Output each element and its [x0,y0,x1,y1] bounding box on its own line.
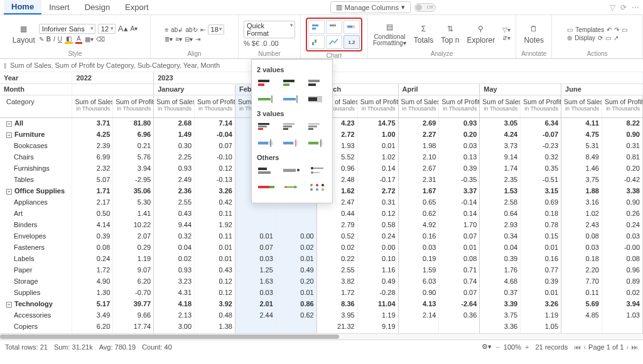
month-apr[interactable]: April [398,83,480,95]
cell-value[interactable]: 6.34 [521,117,561,129]
cell-value[interactable]: 0.14 [439,208,480,219]
cell-value[interactable]: 0.26 [602,208,642,219]
cell-value[interactable]: 1.02 [561,208,602,219]
outdent-icon[interactable]: ⇤ [200,26,205,33]
layout-button[interactable]: ▦ Layout [13,23,35,45]
cell-value[interactable]: 0.74 [439,276,480,287]
valign-icon[interactable]: ≣▾ [165,36,173,43]
cell-value[interactable]: 9.19 [357,321,398,332]
row-label[interactable]: Chairs [0,151,72,163]
cell-value[interactable]: 2.44 [235,309,276,321]
cell-value[interactable]: 0.93 [154,163,195,174]
cell-value[interactable]: 4.90 [72,276,113,287]
month-jan[interactable]: January [154,83,235,95]
cell-value[interactable]: -0.28 [357,287,398,298]
cell-value[interactable]: 4.75 [561,129,602,140]
chart-opt-o-4[interactable] [257,180,278,194]
cell-value[interactable]: 2.32 [72,163,113,174]
merge-icon[interactable]: ⊟▾ [185,36,193,43]
year-2023[interactable]: 2023 [154,72,643,83]
cell-value[interactable]: 1.59 [398,264,439,276]
cell-value[interactable]: 0.42 [195,196,235,208]
table-row[interactable]: Copiers6.2017.743.001.3821.329.193.361.0… [0,321,643,332]
cell-value[interactable]: 1.25 [235,264,276,276]
cell-value[interactable]: 1.63 [235,276,276,287]
cell-value[interactable]: 4.31 [154,287,195,298]
cell-value[interactable]: 1.19 [357,309,398,321]
cell-value[interactable]: 1.71 [72,185,113,196]
cell-value[interactable]: 3.92 [195,298,235,309]
cell-value[interactable]: 0.49 [357,276,398,287]
row-label[interactable]: −Furniture [0,129,72,140]
cell-value[interactable]: 2.07 [113,230,154,242]
cell-value[interactable]: 4.92 [398,219,439,230]
cell-value[interactable]: -0.51 [521,174,561,185]
cell-value[interactable]: 3.95 [316,309,357,321]
cell-value[interactable]: 14.75 [357,117,398,129]
table-row[interactable]: Accessories3.499.662.130.482.440.623.951… [0,309,643,321]
cell-value[interactable]: 0.03 [602,230,642,242]
cell-value[interactable]: 5.07 [72,174,113,185]
cell-value[interactable]: 0.90 [602,129,642,140]
cell-value[interactable]: 0.01 [235,230,276,242]
tab-export[interactable]: Export [117,1,156,14]
tab-insert[interactable]: Insert [41,1,77,14]
page-first-button[interactable]: ⏮ [574,343,581,351]
cell-value[interactable]: -0.00 [602,242,642,253]
cell-value[interactable]: 0.62 [398,208,439,219]
cell-value[interactable]: -0.35 [439,174,480,185]
cell-value[interactable] [561,321,602,332]
font-size-select[interactable]: 12 [98,24,116,34]
cell-value[interactable]: -0.42 [602,174,642,185]
cell-value[interactable] [276,321,316,332]
col-sum-profit[interactable]: Sum of Profitin Thousands [357,95,398,117]
cell-value[interactable]: 4.24 [480,129,521,140]
col-sum-sales[interactable]: Sum of Salesin Thousands [72,95,113,117]
cell-value[interactable]: 0.78 [521,219,561,230]
chart-opt-o-1[interactable] [257,164,278,178]
chart-opt-o-6[interactable] [307,180,328,194]
col-sum-profit[interactable]: Sum of Profitin Thousands [521,95,561,117]
cell-value[interactable]: 3.82 [316,276,357,287]
cell-value[interactable]: 7.70 [561,276,602,287]
tab-design[interactable]: Design [77,1,117,14]
number-format-buttons[interactable]: % $€ .0 .00 [244,40,295,47]
quick-format-select[interactable]: Quick Format [244,21,295,38]
font-shrink-icon[interactable]: A▾ [131,25,138,32]
cell-value[interactable]: 0.11 [195,230,235,242]
scrollbar-thumb[interactable] [0,335,339,339]
cell-value[interactable]: 0.02 [316,242,357,253]
cell-value[interactable]: 0.13 [439,151,480,163]
expand-toggle[interactable]: − [6,121,12,127]
cell-value[interactable]: 0.62 [276,309,316,321]
cell-value[interactable]: 1.46 [561,163,602,174]
cell-value[interactable]: 4.85 [561,309,602,321]
cell-value[interactable]: 2.35 [480,174,521,185]
cell-value[interactable]: 3.37 [439,185,480,196]
cell-value[interactable]: -0.10 [195,151,235,163]
chart-opt-3v-2[interactable] [282,120,303,134]
cell-value[interactable]: 6.99 [72,151,113,163]
font-grow-icon[interactable]: A▴ [118,24,128,33]
cell-value[interactable]: 0.16 [398,230,439,242]
cell-value[interactable]: 3.73 [480,140,521,151]
conditional-formatting-button[interactable]: ▤ ConditionalFormatting▾ [373,21,406,46]
orientation-icon[interactable]: ab↻ [185,26,197,33]
cell-value[interactable]: 0.03 [398,242,439,253]
cell-value[interactable]: 0.20 [439,129,480,140]
cell-value[interactable]: 1.74 [480,163,521,174]
cell-value[interactable]: 7.14 [195,117,235,129]
cell-value[interactable]: 1.67 [398,185,439,196]
cell-value[interactable]: 1.00 [357,129,398,140]
cell-value[interactable] [439,321,480,332]
col-sum-profit[interactable]: Sum of Profitin Thousands [602,95,642,117]
cell-value[interactable]: 9.14 [480,151,521,163]
cell-value[interactable]: 1.05 [521,321,561,332]
wrap-text-icon[interactable]: ab↲ [171,26,183,33]
cell-value[interactable]: 1.16 [357,264,398,276]
row-label[interactable]: Fasteners [0,242,72,253]
chart-opt-o-3[interactable] [307,164,328,178]
cell-value[interactable]: 3.38 [602,185,642,196]
cell-value[interactable]: 0.77 [521,264,561,276]
notes-button[interactable]: 🗒Notes [524,23,544,45]
